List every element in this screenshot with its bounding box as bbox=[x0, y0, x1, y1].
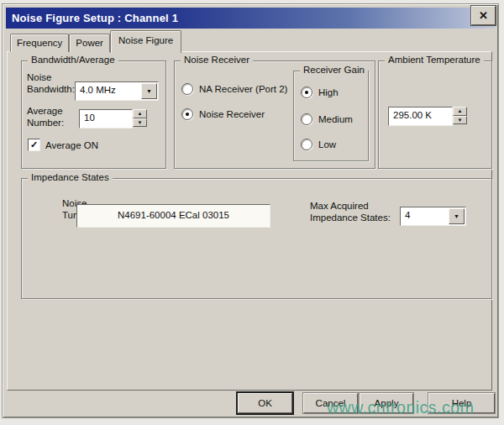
noise-bandwidth-label: Noise Bandwidth: bbox=[27, 71, 75, 95]
radio-gain-high[interactable]: High bbox=[301, 87, 339, 98]
radio-button-icon bbox=[301, 113, 312, 125]
group-noise-receiver: Noise Receiver NA Receiver (Port 2) Nois… bbox=[174, 60, 375, 169]
radio-noise-receiver[interactable]: Noise Receiver bbox=[181, 108, 265, 120]
average-number-value: 10 bbox=[80, 110, 132, 123]
group-receiver-gain-title: Receiver Gain bbox=[300, 65, 368, 75]
radio-button-icon bbox=[301, 139, 312, 150]
max-impedance-states-dropdown-button[interactable]: ▼ bbox=[449, 208, 465, 224]
close-icon: ✕ bbox=[479, 9, 488, 22]
check-icon: ✓ bbox=[30, 139, 38, 150]
chevron-down-icon: ▼ bbox=[146, 88, 152, 94]
noise-tuner-field: N4691-60004 ECal 03015 bbox=[76, 204, 270, 228]
average-number-step-down[interactable]: ▼ bbox=[133, 118, 147, 128]
group-impedance-states-title: Impedance States bbox=[28, 172, 113, 182]
close-button[interactable]: ✕ bbox=[471, 6, 496, 25]
group-noise-receiver-title: Noise Receiver bbox=[181, 55, 253, 65]
ok-button[interactable]: OK bbox=[238, 393, 292, 413]
max-impedance-states-label: Max Acquired Impedance States: bbox=[310, 200, 391, 223]
average-number-label: Average Number: bbox=[27, 105, 64, 129]
noise-tuner-value: N4691-60004 ECal 03015 bbox=[118, 210, 229, 220]
tab-page-noise-figure: Bandwidth/Average Noise Bandwidth: 4.0 M… bbox=[7, 51, 492, 391]
ambient-temperature-step-up[interactable]: ▲ bbox=[453, 107, 467, 116]
group-ambient-temperature: Ambient Temperature 295.00 K ▲ ▼ bbox=[378, 60, 492, 169]
ambient-temperature-step-down[interactable]: ▼ bbox=[453, 116, 467, 125]
group-impedance-states: Impedance States Noise Tuner: N4691-6000… bbox=[21, 178, 492, 299]
gain-high-label: High bbox=[318, 87, 339, 97]
average-on-checkbox[interactable]: ✓ bbox=[28, 139, 40, 151]
average-number-step-up[interactable]: ▲ bbox=[133, 109, 147, 118]
na-receiver-label: NA Receiver (Port 2) bbox=[199, 84, 287, 94]
tab-frequency[interactable]: Frequency bbox=[10, 34, 69, 52]
apply-button[interactable]: Apply bbox=[360, 393, 413, 413]
ambient-temperature-value: 295.00 K bbox=[389, 108, 452, 120]
dialog-window: Noise Figure Setup : Channel 1 ✕ Frequen… bbox=[3, 4, 498, 417]
average-on-row: ✓ Average ON bbox=[28, 139, 98, 151]
average-number-stepper: ▲ ▼ bbox=[133, 109, 147, 127]
radio-button-icon bbox=[181, 108, 193, 120]
tab-power[interactable]: Power bbox=[69, 34, 110, 52]
ambient-temperature-stepper: ▲ ▼ bbox=[453, 107, 467, 124]
gain-medium-label: Medium bbox=[318, 114, 353, 124]
spin-down-icon: ▼ bbox=[458, 118, 463, 123]
group-bandwidth-average: Bandwidth/Average Noise Bandwidth: 4.0 M… bbox=[21, 60, 166, 169]
spin-up-icon: ▲ bbox=[458, 108, 463, 113]
average-on-label: Average ON bbox=[45, 140, 98, 150]
group-ambient-temperature-title: Ambient Temperature bbox=[385, 55, 484, 65]
radio-gain-medium[interactable]: Medium bbox=[301, 113, 353, 125]
noise-receiver-label: Noise Receiver bbox=[199, 109, 265, 119]
window-title: Noise Figure Setup : Channel 1 bbox=[6, 12, 178, 24]
noise-bandwidth-combo[interactable]: 4.0 MHz ▼ bbox=[75, 81, 159, 101]
radio-gain-low[interactable]: Low bbox=[301, 139, 336, 150]
radio-button-icon bbox=[181, 83, 193, 95]
average-number-input[interactable]: 10 bbox=[79, 109, 133, 129]
spin-up-icon: ▲ bbox=[138, 111, 143, 116]
spin-down-icon: ▼ bbox=[138, 120, 143, 125]
help-button[interactable]: Help bbox=[428, 393, 495, 413]
radio-button-icon bbox=[301, 87, 312, 98]
ambient-temperature-input[interactable]: 295.00 K bbox=[388, 107, 453, 126]
tab-noise-figure[interactable]: Noise Figure bbox=[110, 30, 181, 53]
group-bandwidth-average-title: Bandwidth/Average bbox=[28, 55, 118, 65]
radio-na-receiver[interactable]: NA Receiver (Port 2) bbox=[181, 83, 287, 95]
cancel-button[interactable]: Cancel bbox=[303, 393, 358, 413]
chevron-down-icon: ▼ bbox=[454, 213, 459, 219]
gain-low-label: Low bbox=[318, 139, 336, 150]
tab-strip: Frequency Power Noise Figure bbox=[10, 30, 181, 52]
title-bar: Noise Figure Setup : Channel 1 bbox=[6, 8, 495, 29]
group-receiver-gain: Receiver Gain High Medium Low bbox=[293, 71, 369, 161]
max-impedance-states-combo[interactable]: 4 ▼ bbox=[400, 207, 466, 226]
noise-bandwidth-dropdown-button[interactable]: ▼ bbox=[141, 83, 157, 99]
